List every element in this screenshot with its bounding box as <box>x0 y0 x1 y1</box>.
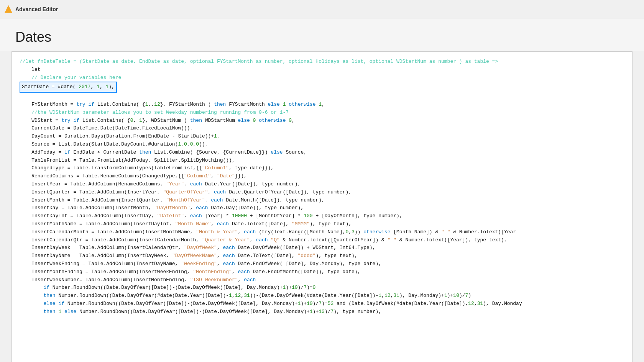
title-bar: Advanced Editor <box>0 0 644 18</box>
code-editor[interactable]: //let fnDateTable = (StartDate as date, … <box>20 58 624 316</box>
highlighted-line: StartDate = #date( 2017, 1, 1), <box>20 82 117 93</box>
app-icon <box>5 5 12 13</box>
app-title: Advanced Editor <box>15 6 58 12</box>
page-title: Dates <box>0 18 644 51</box>
editor-container[interactable]: //let fnDateTable = (StartDate as date, … <box>12 51 632 362</box>
